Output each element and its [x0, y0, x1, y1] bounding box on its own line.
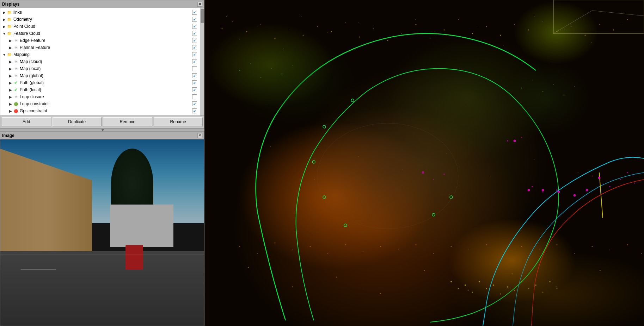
- arrow-map-local: ▶: [8, 67, 13, 71]
- label-edge-feature: Edge Feature: [20, 38, 192, 43]
- svg-point-66: [450, 281, 452, 282]
- svg-point-69: [472, 292, 473, 293]
- node-2: [432, 213, 435, 216]
- svg-point-41: [574, 86, 575, 87]
- checkbox-loop-constraint[interactable]: [192, 101, 197, 106]
- svg-point-90: [627, 172, 628, 173]
- tree-item-odometry[interactable]: ▶ Odometry: [0, 16, 200, 23]
- svg-point-52: [416, 244, 417, 245]
- svg-point-3: [260, 24, 261, 25]
- svg-point-59: [539, 250, 540, 250]
- label-loop-closure: Loop closure: [20, 94, 192, 99]
- svg-point-38: [542, 91, 544, 92]
- tree-item-edge-feature[interactable]: ▶ Edge Feature: [0, 37, 200, 44]
- path-green-icon-local: [13, 87, 19, 93]
- tree-scrollbar[interactable]: [200, 8, 204, 115]
- folder-icon-feature-cloud: [7, 31, 12, 36]
- tree-item-point-cloud[interactable]: ▶ Point Cloud: [0, 23, 200, 30]
- svg-point-35: [292, 65, 293, 65]
- gps-node-1: [598, 177, 600, 179]
- label-path-global: Path (global): [20, 80, 192, 85]
- displays-close-button[interactable]: ✕: [197, 2, 202, 7]
- arrow-links: ▶: [2, 11, 7, 14]
- checkbox-path-global[interactable]: [192, 80, 197, 85]
- tree-item-feature-cloud[interactable]: ▼ Feature Cloud: [0, 30, 200, 37]
- tree-item-gps-constraint[interactable]: ▶ Gps constraint: [0, 107, 200, 114]
- checkbox-mapping[interactable]: [192, 52, 197, 57]
- settings-icon-plannar-feature: [13, 45, 19, 50]
- label-feature-cloud: Feature Cloud: [13, 31, 192, 36]
- tree-item-mapping[interactable]: ▼ Mapping: [0, 51, 200, 58]
- arrow-path-local: ▶: [8, 88, 13, 92]
- checkbox-links[interactable]: [192, 10, 197, 15]
- checkbox-map-global[interactable]: [192, 73, 197, 78]
- bus: [125, 245, 143, 270]
- add-button[interactable]: Add: [2, 117, 51, 126]
- checkbox-plannar-feature[interactable]: [192, 45, 197, 50]
- rename-button[interactable]: Rename: [154, 117, 203, 126]
- checkbox-point-cloud[interactable]: [192, 24, 197, 29]
- svg-point-21: [514, 24, 515, 25]
- svg-point-33: [271, 68, 272, 69]
- remove-button[interactable]: Remove: [103, 117, 152, 126]
- tree-item-loop-constraint[interactable]: ▶ Loop constraint: [0, 100, 200, 107]
- arrow-path-global: ▶: [8, 81, 13, 85]
- tree-item-plannar-feature[interactable]: ▶ Plannar Feature: [0, 44, 200, 51]
- image-viewport: [0, 139, 204, 326]
- arrow-map-global: ▶: [8, 74, 13, 78]
- tree-item-links[interactable]: ▶ links: [0, 9, 200, 16]
- red-path: [532, 180, 644, 326]
- checkbox-map-cloud[interactable]: [192, 59, 197, 64]
- label-map-global: Map (global): [20, 73, 192, 78]
- svg-point-30: [239, 70, 240, 71]
- checkbox-map-local[interactable]: [192, 66, 197, 71]
- svg-point-44: [275, 243, 276, 244]
- checkbox-gps-constraint[interactable]: [192, 108, 197, 113]
- checkbox-odometry[interactable]: [192, 17, 197, 22]
- tree-item-loop-closure[interactable]: ▶ Loop closure: [0, 93, 200, 100]
- svg-point-77: [528, 288, 529, 289]
- svg-point-79: [542, 292, 544, 293]
- gps-node-4: [558, 191, 560, 193]
- folder-icon-point-cloud: [7, 24, 12, 29]
- tree-item-map-local[interactable]: ▶ Map (local): [0, 65, 200, 72]
- tree-item-path-local[interactable]: ▶ Path (local): [0, 86, 200, 93]
- tree-item-map-global[interactable]: ▶ Map (global): [0, 72, 200, 79]
- svg-point-73: [500, 294, 501, 295]
- svg-point-61: [574, 253, 575, 254]
- node-6: [323, 125, 326, 128]
- building-outline: [553, 0, 644, 33]
- duplicate-button[interactable]: Duplicate: [53, 117, 102, 126]
- svg-point-22: [528, 30, 529, 31]
- svg-point-25: [571, 26, 571, 27]
- checkbox-loop-closure[interactable]: [192, 94, 197, 99]
- svg-point-45: [292, 250, 293, 250]
- svg-point-16: [444, 30, 445, 31]
- tree-item-path-global[interactable]: ▶ Path (global): [0, 79, 200, 86]
- building: [110, 205, 173, 247]
- label-path-local: Path (local): [20, 87, 192, 92]
- image-title: Image: [2, 133, 14, 138]
- svg-point-87: [592, 176, 593, 177]
- label-mapping: Mapping: [13, 52, 192, 57]
- svg-point-55: [468, 250, 469, 250]
- svg-point-43: [257, 253, 258, 254]
- folder-icon-odometry: [7, 17, 12, 22]
- image-close-button[interactable]: ✕: [197, 133, 202, 138]
- lidar-panel: [204, 0, 644, 326]
- checkbox-path-local[interactable]: [192, 87, 197, 92]
- gps-node-7: [514, 140, 516, 142]
- resize-handle[interactable]: [0, 128, 204, 131]
- road-marking-ellipse: [317, 123, 458, 229]
- checkbox-edge-feature[interactable]: [192, 38, 197, 43]
- lidar-canvas: [204, 0, 644, 326]
- svg-point-78: [535, 284, 536, 286]
- arrow-loop-constraint: ▶: [8, 102, 13, 106]
- svg-point-13: [401, 33, 402, 34]
- svg-point-14: [416, 24, 417, 25]
- checkbox-feature-cloud[interactable]: [192, 31, 197, 36]
- arrow-point-cloud: ▶: [2, 25, 7, 29]
- tree-item-map-cloud[interactable]: ▶ Map (cloud): [0, 58, 200, 65]
- svg-point-89: [620, 179, 621, 180]
- green-path-inner: [296, 69, 559, 322]
